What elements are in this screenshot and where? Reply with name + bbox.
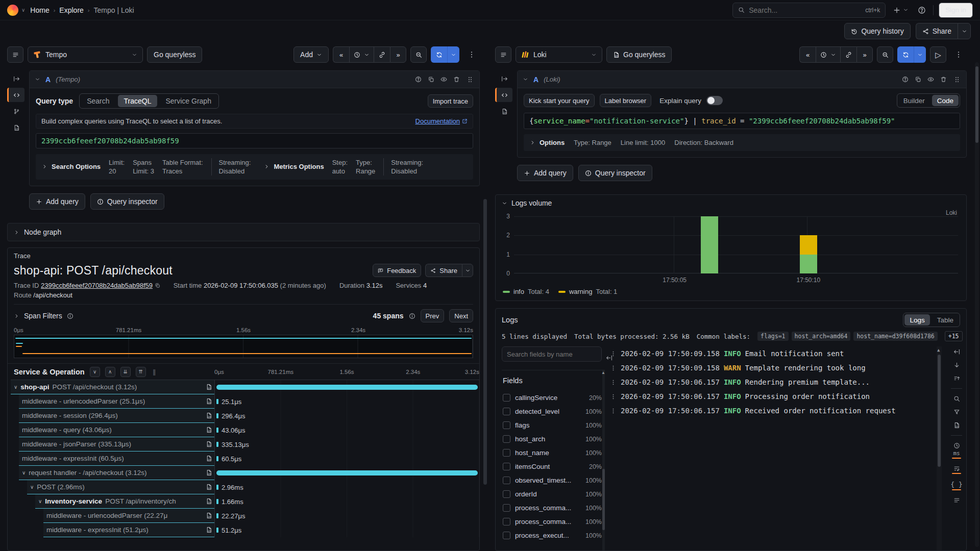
field-row[interactable]: host_name100% (502, 446, 605, 460)
time-back-button[interactable]: « (799, 46, 816, 63)
prettify-json-icon[interactable]: { } (950, 481, 962, 490)
span-collapse-icon[interactable]: ∨ (38, 498, 42, 504)
fields-scrollbar[interactable]: ▲ (602, 370, 605, 550)
span-name-cell[interactable]: middleware - query (43.06μs) (19, 423, 214, 437)
time-forward-button[interactable]: » (390, 46, 406, 63)
volume-bar[interactable] (701, 216, 718, 273)
span-row[interactable]: ∨POST (2.96ms)2.96ms (11, 480, 479, 494)
log-line-menu-icon[interactable] (610, 350, 617, 357)
duplicate-query-icon[interactable] (428, 76, 434, 83)
span-timeline-cell[interactable]: 25.1μs (214, 394, 479, 409)
options-toggle[interactable]: Options (530, 139, 565, 146)
query-type-tab-traceql[interactable]: TraceQL (118, 95, 158, 107)
node-graph-panel[interactable]: Node graph (7, 223, 480, 241)
fields-search[interactable] (502, 346, 602, 362)
query-type-tab-search[interactable]: Search (80, 94, 116, 108)
pane-kebab-button[interactable] (463, 46, 480, 63)
collapse-rail-icon[interactable] (495, 71, 512, 86)
trace-id-link[interactable]: 2399ccb6feeef20708b24dab5ab98f59 (41, 282, 153, 289)
span-log-icon[interactable] (206, 441, 212, 447)
field-checkbox[interactable] (503, 394, 510, 402)
span-timeline-cell[interactable]: 22.27μs (214, 509, 479, 523)
field-row[interactable]: orderId100% (502, 487, 605, 501)
time-back-button[interactable]: « (333, 46, 349, 63)
pane-kebab-button[interactable] (950, 46, 967, 63)
help-button[interactable] (916, 4, 928, 16)
dedent-logs-icon[interactable] (953, 348, 960, 355)
query-editor-icon[interactable] (495, 88, 512, 102)
collapse-chevron-icon[interactable] (35, 77, 40, 82)
import-trace-button[interactable]: Import trace (428, 94, 473, 108)
share-button[interactable]: Share (916, 23, 958, 39)
query-help-icon[interactable] (415, 76, 422, 83)
field-row[interactable]: process_comma...100% (502, 501, 605, 515)
kick-start-button[interactable]: Kick start your query (524, 94, 595, 107)
field-checkbox[interactable] (503, 490, 510, 498)
span-row[interactable]: middleware - expressInit (60.5μs)60.5μs (11, 452, 479, 466)
span-log-icon[interactable] (206, 498, 212, 505)
span-row[interactable]: ∨Inventory-servicePOST /api/inventory/ch… (11, 494, 479, 509)
span-filters-label[interactable]: Span Filters (24, 312, 62, 320)
field-row[interactable]: process_comma...100% (502, 515, 605, 529)
query-branch-icon[interactable] (7, 104, 24, 118)
remove-query-icon[interactable] (940, 76, 947, 83)
legend-item-warning[interactable]: warningTotal: 1 (558, 288, 617, 295)
label-browser-button[interactable]: Label browser (600, 94, 652, 107)
wrap-lines-icon[interactable] (952, 465, 961, 474)
disable-query-icon[interactable] (440, 76, 447, 83)
span-name-cell[interactable]: middleware - urlencodedParser (22.27μ (43, 509, 214, 523)
search-input[interactable] (749, 6, 861, 14)
query-editor-icon[interactable] (7, 88, 24, 102)
datasource-picker-loki[interactable]: Loki (516, 46, 602, 63)
field-checkbox[interactable] (503, 449, 510, 457)
breadcrumb-explore[interactable]: Explore (59, 6, 83, 14)
span-timeline-cell[interactable]: 51.2μs (214, 523, 479, 537)
logs-volume-header[interactable]: Logs volume (502, 199, 960, 207)
add-query-button[interactable]: Add query (517, 165, 573, 181)
time-picker-button[interactable] (816, 46, 840, 63)
span-name-cell[interactable]: middleware - expressInit (51.2μs) (43, 523, 214, 537)
span-row[interactable]: middleware - jsonParser (335.13μs)335.13… (11, 437, 479, 452)
org-switcher-chevron-icon[interactable]: ∨ (21, 7, 25, 13)
add-dropdown-button[interactable]: Add (293, 46, 329, 63)
span-row[interactable]: middleware - query (43.06μs)43.06μs (11, 423, 479, 437)
span-name-cell[interactable]: middleware - urlencodedParser (25.1μs) (19, 394, 214, 409)
span-timeline-cell[interactable]: 60.5μs (214, 452, 479, 466)
query-library-icon[interactable] (7, 120, 24, 135)
span-list-resizer[interactable]: || (153, 368, 155, 375)
field-row[interactable]: itemsCount20% (502, 460, 605, 473)
trace-minimap[interactable] (14, 335, 473, 358)
trace-share-button[interactable]: Share (425, 264, 462, 277)
prev-span-button[interactable]: Prev (421, 309, 445, 322)
log-details-icon[interactable] (953, 422, 960, 429)
field-checkbox[interactable] (503, 532, 510, 539)
scroll-bottom-icon[interactable] (953, 362, 960, 368)
field-row[interactable]: detected_level100% (502, 405, 605, 418)
show-time-icon[interactable]: ms (952, 442, 961, 459)
span-collapse-icon[interactable]: ∨ (22, 470, 26, 475)
run-query-interval-button[interactable] (447, 46, 459, 63)
field-row[interactable]: observed_timest...100% (502, 473, 605, 487)
span-name-cell[interactable]: ∨Inventory-servicePOST /api/inventory/ch (35, 494, 214, 509)
loki-query-header[interactable]: A (Loki) (518, 71, 966, 88)
time-picker-button[interactable] (349, 46, 374, 63)
run-button[interactable]: ▷ (930, 46, 946, 63)
span-row[interactable]: middleware - urlencodedParser (25.1μs)25… (11, 394, 479, 409)
zoom-out-button[interactable] (877, 46, 893, 63)
duplicate-query-icon[interactable] (915, 76, 921, 83)
span-collapse-icon[interactable]: ∨ (14, 384, 17, 390)
volume-bar[interactable] (800, 216, 817, 273)
log-line[interactable]: 2026-02-09 17:50:09.158WARNTemplate rend… (610, 361, 934, 375)
builder-tab[interactable]: Builder (897, 94, 931, 107)
field-checkbox[interactable] (503, 518, 510, 525)
field-row[interactable]: host_arch100% (502, 432, 605, 446)
query-history-button[interactable]: Query history (844, 23, 910, 39)
left-pane-scrollbar[interactable] (483, 199, 487, 485)
pane-list-button[interactable] (7, 46, 23, 63)
log-line[interactable]: 2026-02-09 17:50:09.158INFOEmail notific… (610, 346, 934, 361)
breadcrumb-home[interactable]: Home (30, 6, 49, 14)
zoom-out-button[interactable] (410, 46, 427, 63)
next-span-button[interactable]: Next (449, 309, 473, 322)
field-checkbox[interactable] (503, 504, 510, 512)
time-forward-button[interactable]: » (856, 46, 873, 63)
